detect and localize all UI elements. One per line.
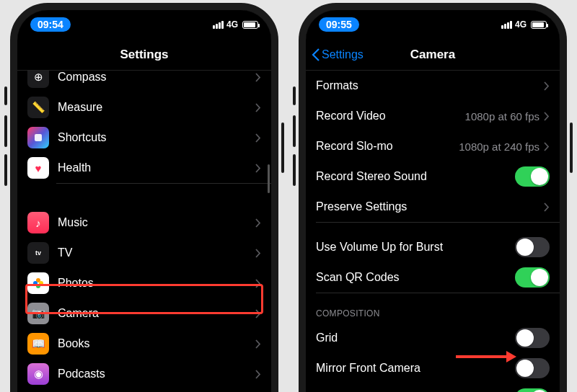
side-button: [293, 154, 296, 186]
settings-row-shortcuts[interactable]: Shortcuts: [17, 122, 271, 153]
side-button: [281, 122, 284, 173]
settings-row-music[interactable]: ♪ Music: [17, 208, 271, 238]
chevron-right-icon: [255, 73, 261, 82]
row-label: Preserve Settings: [316, 200, 544, 213]
nav-title: Camera: [410, 48, 455, 62]
chevron-right-icon: [255, 339, 261, 349]
camera-row-stereo-sound: Record Stereo Sound: [306, 161, 560, 192]
chevron-right-icon: [255, 279, 261, 288]
row-label: Record Slo-mo: [316, 140, 459, 153]
svg-rect-0: [35, 134, 42, 141]
chevron-right-icon: [255, 164, 261, 173]
settings-row-camera[interactable]: 📷 Camera: [17, 298, 271, 329]
chevron-right-icon: [544, 202, 550, 212]
row-label: Compass: [58, 71, 255, 84]
row-value: 1080p at 240 fps: [459, 141, 539, 153]
status-right: 4G: [501, 19, 547, 30]
camera-icon: 📷: [27, 303, 49, 324]
row-label: Camera: [58, 307, 255, 320]
battery-icon: [242, 21, 258, 29]
toggle-view-outside[interactable]: [515, 388, 550, 392]
compass-icon: ⊕: [27, 71, 49, 88]
status-right: 4G: [213, 19, 258, 30]
camera-row-mirror-front: Mirror Front Camera: [306, 353, 560, 383]
chevron-right-icon: [255, 370, 261, 379]
shortcuts-icon: [27, 127, 49, 148]
chevron-right-icon: [255, 218, 261, 228]
camera-row-volume-burst: Use Volume Up for Burst: [306, 232, 560, 262]
camera-row-record-video[interactable]: Record Video 1080p at 60 fps: [306, 101, 560, 131]
settings-row-podcasts[interactable]: ◉ Podcasts: [17, 359, 271, 389]
battery-icon: [531, 21, 547, 29]
phone-right: 09:55 4G Settings Camera Formats Record …: [299, 3, 567, 392]
row-value: 1080p at 60 fps: [465, 110, 539, 122]
status-time: 09:55: [319, 17, 359, 32]
chevron-right-icon: [255, 133, 261, 143]
settings-row-compass[interactable]: ⊕ Compass: [17, 71, 271, 92]
screen-settings: 09:54 4G Settings ⊕ Compass 📏 Measure: [17, 10, 271, 392]
camera-settings-list[interactable]: Formats Record Video 1080p at 60 fps Rec…: [306, 71, 560, 392]
screen-camera-settings: 09:55 4G Settings Camera Formats Record …: [306, 10, 560, 392]
row-label: Books: [58, 337, 255, 350]
toggle-scan-qr[interactable]: [515, 267, 550, 288]
side-button: [4, 154, 7, 186]
signal-icon: [501, 21, 512, 29]
health-icon: ♥: [27, 157, 49, 179]
network-label: 4G: [515, 19, 527, 30]
measure-icon: 📏: [27, 97, 49, 118]
notch: [371, 10, 494, 29]
row-label: TV: [58, 246, 255, 259]
nav-title: Settings: [120, 48, 168, 62]
row-label: Record Stereo Sound: [316, 170, 515, 183]
side-button: [570, 122, 573, 173]
chevron-right-icon: [255, 309, 261, 318]
back-label: Settings: [322, 48, 364, 61]
row-label: Shortcuts: [58, 131, 255, 144]
back-button[interactable]: Settings: [312, 48, 364, 61]
settings-list[interactable]: ⊕ Compass 📏 Measure Shortcuts ♥ Health: [17, 71, 271, 392]
settings-row-measure[interactable]: 📏 Measure: [17, 92, 271, 122]
toggle-volume-burst[interactable]: [515, 237, 550, 257]
chevron-right-icon: [255, 103, 261, 112]
chevron-right-icon: [544, 81, 550, 91]
settings-row-health[interactable]: ♥ Health: [17, 153, 271, 183]
books-icon: 📖: [27, 333, 49, 355]
chevron-right-icon: [544, 142, 550, 151]
signal-icon: [213, 21, 224, 29]
chevron-right-icon: [255, 249, 261, 258]
toggle-grid[interactable]: [515, 328, 550, 348]
status-time: 09:54: [30, 17, 71, 32]
network-label: 4G: [226, 19, 238, 30]
row-label: Podcasts: [58, 368, 255, 380]
row-label: Use Volume Up for Burst: [316, 241, 515, 254]
camera-row-scan-qr: Scan QR Codes: [306, 262, 560, 293]
row-label: Record Video: [316, 110, 465, 122]
row-label: Scan QR Codes: [316, 271, 515, 284]
side-button: [4, 115, 7, 147]
nav-bar: Settings: [17, 39, 271, 71]
settings-row-itunesu[interactable]: 🎓 iTunes U: [17, 389, 271, 392]
chevron-right-icon: [544, 112, 550, 121]
notch: [83, 10, 206, 29]
camera-row-grid: Grid: [306, 323, 560, 353]
svg-point-4: [33, 281, 38, 285]
settings-row-photos[interactable]: Photos: [17, 268, 271, 298]
camera-row-record-slomo[interactable]: Record Slo-mo 1080p at 240 fps: [306, 131, 560, 161]
row-label: Mirror Front Camera: [316, 362, 515, 375]
camera-row-formats[interactable]: Formats: [306, 71, 560, 101]
row-label: Grid: [316, 331, 515, 344]
side-button: [4, 86, 7, 105]
camera-row-preserve-settings[interactable]: Preserve Settings: [306, 192, 560, 222]
settings-row-books[interactable]: 📖 Books: [17, 329, 271, 359]
row-label: Health: [58, 161, 255, 174]
side-button: [293, 86, 296, 105]
settings-row-tv[interactable]: tv TV: [17, 238, 271, 268]
toggle-mirror-front[interactable]: [515, 358, 550, 378]
toggle-stereo-sound[interactable]: [515, 166, 550, 187]
photos-icon: [27, 272, 49, 294]
side-button: [293, 115, 296, 147]
chevron-left-icon: [312, 48, 320, 61]
podcasts-icon: ◉: [27, 363, 49, 385]
scroll-indicator[interactable]: [268, 164, 270, 193]
row-label: Music: [58, 216, 255, 229]
